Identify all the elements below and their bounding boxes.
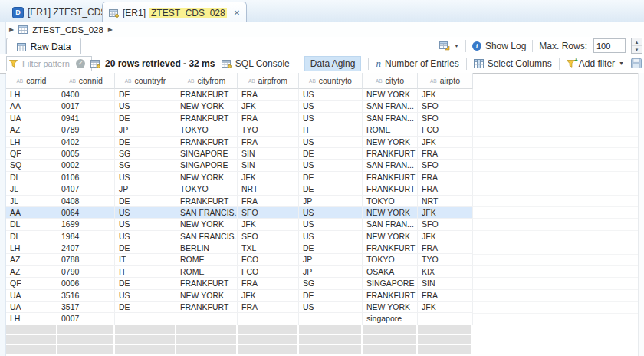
- table-row[interactable]: AA0064USSAN FRANCIS...SFOUSNEW YORKJFK: [6, 207, 473, 219]
- cell: US: [299, 231, 363, 242]
- table-row[interactable]: DL1984USSAN FRANCIS...SFOUSNEW YORKJFK: [6, 231, 473, 242]
- cell: LH: [6, 242, 58, 253]
- cell: DE: [299, 242, 363, 253]
- table-row[interactable]: QF0006DEFRANKFURTFRASGSINGAPORESIN: [6, 278, 473, 289]
- table-row[interactable]: AZ0790ITROMEFCOJPOSAKAKIX: [6, 266, 473, 278]
- breadcrumb-expand-icon[interactable]: ▶: [9, 26, 14, 33]
- chevron-down-icon[interactable]: ▼: [619, 61, 624, 66]
- step-up-icon[interactable]: ▲: [632, 38, 642, 46]
- cell: 0941: [58, 113, 115, 124]
- cell: BERLIN: [176, 242, 238, 253]
- status-bar: 20 rows retrieved - 32 ms: [90, 54, 215, 72]
- filter-funnel-icon: [9, 60, 18, 68]
- top-toolbar: ▼ i Show Log Max. Rows: ▲▼: [84, 38, 644, 54]
- table-row[interactable]: LH0400DEFRANKFURTFRAUSNEW YORKJFK: [6, 89, 473, 101]
- empty-cell: [176, 345, 238, 354]
- cell: FCO: [418, 124, 473, 135]
- table-row[interactable]: AZ0788ITROMEFCOJPTOKYOTYO: [6, 254, 473, 265]
- table-row[interactable]: LH0402DEFRANKFURTFRAUSNEW YORKJFK: [6, 137, 473, 148]
- cell: US: [115, 207, 176, 218]
- close-tab-icon[interactable]: ✕: [234, 8, 240, 17]
- cell: 1984: [58, 231, 115, 242]
- table-row[interactable]: UA3516USNEW YORKJFKDEFRANKFURTFRA: [6, 290, 473, 302]
- save-button[interactable]: [631, 58, 642, 68]
- cell: DE: [299, 172, 363, 183]
- sql-console-button[interactable]: SQL Console: [222, 58, 290, 69]
- empty-cell: [238, 335, 299, 344]
- editor-tab-active[interactable]: [ER1] ZTEST_CDS_028 ✕: [102, 2, 247, 23]
- select-columns-label: Select Columns: [488, 58, 552, 69]
- cell: IT: [115, 254, 176, 265]
- column-header-airpto[interactable]: ABairpto: [418, 73, 473, 89]
- cell: US: [299, 101, 363, 111]
- cell: FRANKFURT: [176, 196, 238, 206]
- table-row[interactable]: DL1699USNEW YORKJFKUSSAN FRAN...SFO: [6, 219, 473, 230]
- cell: ROME: [176, 266, 238, 277]
- cell: JP: [299, 196, 363, 206]
- cell: FRA: [418, 242, 473, 253]
- data-definition-icon: D: [12, 7, 24, 18]
- data-aging-toggle[interactable]: Data Aging: [304, 56, 362, 71]
- step-down-icon[interactable]: ▼: [632, 46, 642, 53]
- cell: TXL: [238, 242, 299, 253]
- apply-filter-icon[interactable]: ✓: [76, 59, 85, 68]
- max-rows-stepper[interactable]: ▲▼: [631, 38, 642, 54]
- cell: 0005: [58, 148, 115, 159]
- table-row[interactable]: UA3517DEFRANKFURTFRAUSNEW YORKJFK: [6, 302, 473, 313]
- cell: SFO: [418, 219, 473, 229]
- column-header-label: airpto: [440, 76, 460, 85]
- cell: [418, 313, 473, 324]
- tab-raw-data[interactable]: Raw Data: [6, 38, 81, 55]
- filter-pattern-input[interactable]: [21, 58, 73, 69]
- table-row[interactable]: DL0106USNEW YORKJFKDEFRANKFURTFRA: [6, 172, 473, 183]
- cell: TOKYO: [176, 124, 238, 135]
- table-row[interactable]: LH0007singapore: [6, 313, 473, 325]
- cell: DE: [115, 302, 176, 312]
- breadcrumb-item[interactable]: ZTEST_CDS_028: [32, 25, 104, 35]
- show-log-button[interactable]: i Show Log: [472, 41, 526, 51]
- cell: FRA: [238, 278, 299, 288]
- column-header-airpfrom[interactable]: ABairpfrom: [238, 73, 299, 89]
- table-row[interactable]: JL0408DEFRANKFURTFRAJPTOKYONRT: [6, 196, 473, 207]
- column-header-cityto[interactable]: ABcityto: [363, 73, 418, 89]
- add-filter-button[interactable]: + Add filter ▼: [567, 58, 624, 69]
- table-row[interactable]: LH2407DEBERLINTXLDEFRANKFURTFRA: [6, 242, 473, 254]
- char-type-icon: AB: [430, 78, 437, 84]
- export-button[interactable]: ▼: [439, 41, 459, 51]
- select-columns-button[interactable]: Select Columns: [474, 58, 552, 69]
- data-grid-header: ABcarridABconnidABcountryfrABcityfromABa…: [6, 73, 473, 89]
- cell: US: [115, 231, 176, 242]
- cell: SAN FRANCIS...: [176, 207, 238, 218]
- column-header-label: countryto: [319, 76, 352, 85]
- table-row[interactable]: JL0407JPTOKYONRTDEFRANKFURTFRA: [6, 183, 473, 195]
- empty-cell: [58, 335, 115, 344]
- cell: NRT: [418, 196, 473, 206]
- table-actions: SQL Console Data Aging n Number of Entri…: [222, 54, 644, 72]
- filter-pattern-box: ✓: [6, 56, 92, 71]
- cell: JFK: [238, 219, 299, 229]
- row-guidelines: [473, 89, 638, 326]
- breadcrumb-chevron-icon[interactable]: ▶: [108, 26, 113, 33]
- cell: SFO: [418, 113, 473, 124]
- cell: SINGAPORE: [176, 160, 238, 170]
- column-header-carrid[interactable]: ABcarrid: [6, 73, 58, 89]
- cell: SIN: [418, 278, 473, 288]
- cell: 0006: [58, 278, 115, 288]
- column-header-countryto[interactable]: ABcountryto: [299, 73, 363, 89]
- table-row[interactable]: AZ0789JPTOKYOTYOITROMEFCO: [6, 124, 473, 136]
- cell: AA: [6, 101, 58, 111]
- vertical-scrollbar[interactable]: [638, 73, 644, 356]
- table-row[interactable]: SQ0002SGSINGAPORESINUSSAN FRAN...SFO: [6, 160, 473, 171]
- max-rows-input[interactable]: [593, 38, 626, 53]
- column-header-countryfr[interactable]: ABcountryfr: [115, 73, 176, 89]
- table-row[interactable]: UA0941DEFRANKFURTFRAUSSAN FRAN...SFO: [6, 113, 473, 124]
- column-header-connid[interactable]: ABconnid: [58, 73, 115, 89]
- table-row[interactable]: AA0017USNEW YORKJFKUSSAN FRAN...SFO: [6, 101, 473, 112]
- number-of-entries-button[interactable]: n Number of Entries: [376, 58, 458, 69]
- cell: SFO: [238, 207, 299, 218]
- empty-row: [6, 325, 473, 335]
- data-grid-body: LH0400DEFRANKFURTFRAUSNEW YORKJFKAA0017U…: [6, 89, 473, 325]
- table-row[interactable]: QF0005SGSINGAPORESINDEFRANKFURTFRA: [6, 148, 473, 160]
- cell: [299, 313, 363, 324]
- column-header-cityfrom[interactable]: ABcityfrom: [176, 73, 238, 89]
